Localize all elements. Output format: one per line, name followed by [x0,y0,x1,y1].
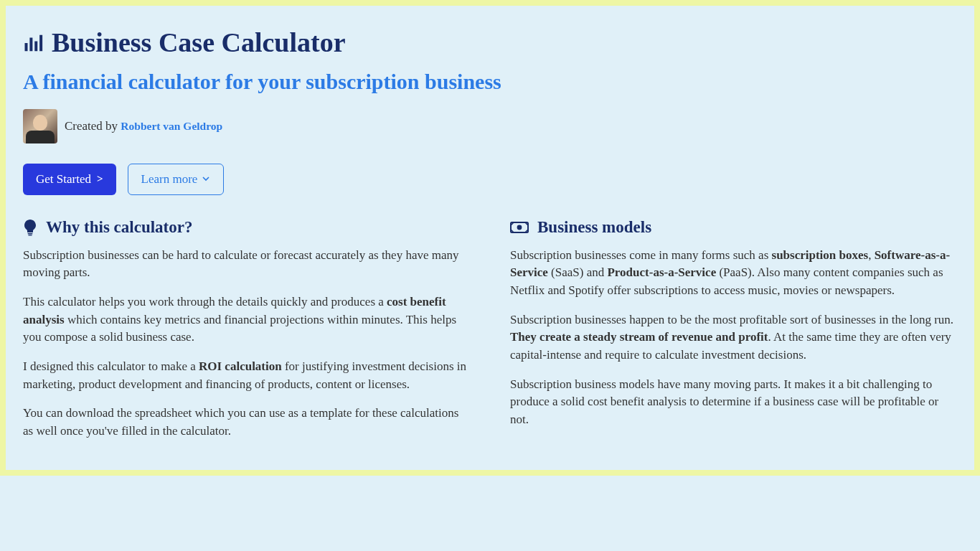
byline-text: Created by Robbert van Geldrop [65,119,222,133]
why-section: Why this calculator? Subscription busine… [23,218,470,452]
svg-rect-4 [28,233,33,235]
bold-span: ROI calculation [199,359,282,373]
why-p1: Subscription businesses can be hard to c… [23,247,470,282]
action-row: Get Started > Learn more [23,164,957,195]
bar-chart-icon [23,32,44,54]
avatar [23,109,57,143]
money-bill-icon [510,220,529,235]
svg-rect-3 [39,35,42,52]
models-heading-text: Business models [537,218,651,237]
lightbulb-icon [23,219,37,236]
content-columns: Why this calculator? Subscription busine… [23,218,957,452]
text-span: Subscription businesses happen to be the… [510,313,953,326]
models-section: Business models Subscription businesses … [510,218,957,452]
get-started-label: Get Started [36,172,91,187]
models-heading: Business models [510,218,957,237]
page-title: Business Case Calculator [52,27,346,59]
bold-span: Product-as-a-Service [607,265,716,279]
main-card: Business Case Calculator A financial cal… [6,6,974,470]
page-frame: Business Case Calculator A financial cal… [0,0,980,476]
why-p4: You can download the spreadsheet which y… [23,405,470,440]
author-link[interactable]: Robbert van Geldrop [121,120,222,132]
bold-span: They create a steady stream of revenue a… [510,330,768,344]
text-span: (SaaS) and [548,265,608,279]
text-span: This calculator helps you work through t… [23,295,387,309]
chevron-down-icon [202,172,210,187]
why-heading: Why this calculator? [23,218,470,237]
text-span: Subscription businesses come in many for… [510,248,772,262]
page-subtitle: A financial calculator for your subscrip… [23,69,957,95]
text-span: which contains key metrics and financial… [23,313,456,344]
svg-rect-5 [28,235,32,235]
svg-point-7 [517,225,522,230]
chevron-right-icon: > [97,173,103,185]
byline: Created by Robbert van Geldrop [23,109,957,143]
text-span: I designed this calculator to make a [23,359,199,373]
byline-prefix: Created by [65,119,121,133]
models-p1: Subscription businesses come in many for… [510,247,957,300]
text-span: , [868,248,875,262]
why-p3: I designed this calculator to make a ROI… [23,358,470,393]
bold-span: subscription boxes [772,248,869,262]
svg-rect-1 [29,37,32,51]
learn-more-label: Learn more [141,172,198,187]
why-p2: This calculator helps you work through t… [23,293,470,347]
svg-rect-0 [25,43,28,51]
svg-rect-2 [34,41,37,51]
title-row: Business Case Calculator [23,27,957,59]
learn-more-button[interactable]: Learn more [128,164,225,195]
why-heading-text: Why this calculator? [46,218,192,237]
get-started-button[interactable]: Get Started > [23,164,116,195]
models-p3: Subscription business models have many m… [510,376,957,429]
models-p2: Subscription businesses happen to be the… [510,311,957,364]
